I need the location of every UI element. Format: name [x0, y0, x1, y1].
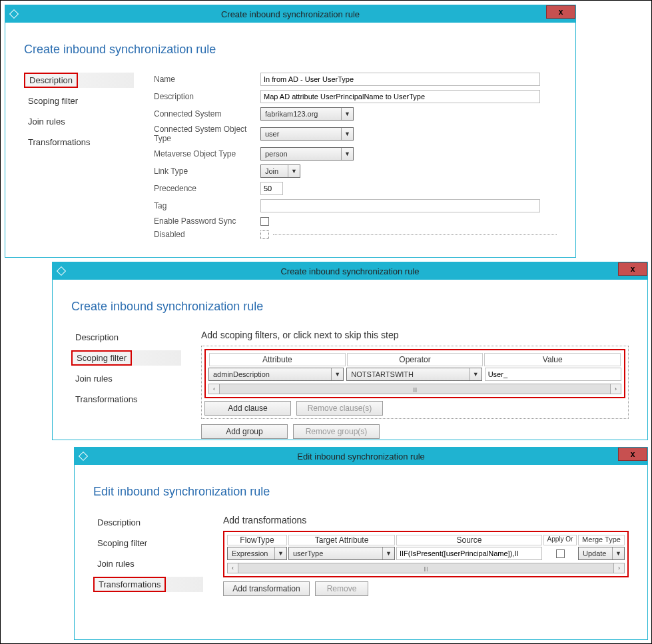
nav-transformations-label: Transformations: [99, 579, 161, 589]
nav-scoping-filter[interactable]: Scoping filter: [71, 350, 181, 366]
operator-value: NOTSTARTSWITH: [351, 370, 469, 378]
enable-password-sync-checkbox[interactable]: [260, 217, 269, 226]
close-button[interactable]: x: [618, 448, 647, 461]
cs-object-type-label: Connected System Object Type: [154, 125, 260, 143]
nav-scoping-highlight: Scoping filter: [71, 350, 132, 366]
window-description: Create inbound synchronization rule x Cr…: [5, 5, 576, 258]
scrollbar[interactable]: ‹ ||| ›: [208, 384, 621, 394]
close-icon: x: [559, 7, 563, 17]
header-apply: Apply Or: [543, 535, 577, 545]
nav-description[interactable]: Description: [71, 330, 181, 345]
close-button[interactable]: x: [546, 5, 575, 19]
link-type-dropdown[interactable]: Join ▼: [260, 164, 300, 178]
nav-scoping-filter[interactable]: Scoping filter: [93, 535, 203, 551]
description-label: Description: [154, 92, 260, 101]
cs-object-type-dropdown[interactable]: user ▼: [260, 127, 354, 141]
name-input[interactable]: [260, 73, 540, 86]
scroll-left-icon[interactable]: ‹: [209, 384, 220, 394]
remove-clause-button[interactable]: Remove clause(s): [296, 401, 383, 416]
page-title: Create inbound synchronization rule: [24, 43, 557, 57]
scoping-row: adminDescription ▼ NOTSTARTSWITH ▼: [208, 368, 621, 381]
target-attribute-dropdown[interactable]: userType ▼: [288, 547, 395, 560]
chevron-down-icon: ▼: [331, 368, 343, 380]
titlebar[interactable]: Edit inbound synchronization rule x: [75, 448, 647, 465]
tag-input[interactable]: [260, 199, 540, 212]
transformations-area: Add transformations FlowType Target Attr…: [223, 515, 629, 597]
source-input[interactable]: [396, 547, 542, 560]
titlebar[interactable]: Create inbound synchronization rule x: [53, 262, 647, 280]
cs-object-type-value: user: [265, 130, 341, 138]
enable-password-sync-label: Enable Password Sync: [154, 216, 260, 226]
operator-dropdown[interactable]: NOTSTARTSWITH ▼: [346, 368, 482, 381]
app-icon: [9, 9, 19, 19]
attribute-dropdown[interactable]: adminDescription ▼: [208, 368, 344, 381]
add-group-button[interactable]: Add group: [201, 424, 288, 439]
scroll-track[interactable]: |||: [220, 384, 610, 394]
scrollbar[interactable]: ‹ ||| ›: [227, 563, 625, 573]
mv-object-type-dropdown[interactable]: person ▼: [260, 147, 354, 161]
scoping-headers: Attribute Operator Value: [208, 353, 621, 366]
remove-transformation-button[interactable]: Remove: [315, 581, 368, 596]
window-transformations: Edit inbound synchronization rule x Edit…: [74, 447, 648, 640]
flowtype-dropdown[interactable]: Expression ▼: [227, 547, 287, 560]
nav-description-highlight: Description: [24, 73, 78, 88]
nav-description[interactable]: Description: [24, 73, 134, 88]
description-input[interactable]: [260, 90, 540, 103]
merge-type-value: Update: [583, 549, 612, 557]
link-type-value: Join: [265, 167, 288, 175]
mv-object-type-value: person: [265, 150, 341, 158]
chevron-down-icon: ▼: [288, 165, 300, 177]
section-heading: Add scoping filters, or click next to sk…: [201, 330, 629, 340]
nav-description-label: Description: [29, 75, 73, 85]
sidebar: Description Scoping filter Join rules Tr…: [93, 515, 203, 597]
chevron-down-icon: ▼: [274, 547, 286, 559]
scroll-left-icon[interactable]: ‹: [228, 563, 238, 573]
add-clause-button[interactable]: Add clause: [204, 401, 291, 416]
precedence-input[interactable]: [260, 182, 283, 195]
nav-transformations[interactable]: Transformations: [93, 577, 203, 592]
add-transformation-button[interactable]: Add transformation: [223, 581, 310, 596]
header-attribute: Attribute: [209, 353, 346, 366]
remove-group-button[interactable]: Remove group(s): [293, 424, 380, 439]
scoping-area: Add scoping filters, or click next to sk…: [201, 330, 629, 439]
nav-transformations[interactable]: Transformations: [71, 392, 181, 407]
page-title: Create inbound synchronization rule: [71, 300, 629, 314]
nav-join-rules[interactable]: Join rules: [24, 114, 134, 129]
nav-join-rules[interactable]: Join rules: [93, 556, 203, 571]
merge-type-dropdown[interactable]: Update ▼: [578, 547, 625, 560]
dotted-line: [273, 234, 557, 235]
disabled-label: Disabled: [154, 230, 260, 239]
flowtype-value: Expression: [232, 549, 274, 557]
header-value: Value: [484, 353, 621, 366]
app-icon: [79, 452, 88, 461]
nav-scoping-filter[interactable]: Scoping filter: [24, 93, 134, 109]
close-icon: x: [631, 450, 635, 459]
nav-description[interactable]: Description: [93, 515, 203, 530]
disabled-checkbox[interactable]: [260, 230, 269, 239]
connected-system-dropdown[interactable]: fabrikam123.org ▼: [260, 107, 354, 121]
precedence-label: Precedence: [154, 184, 260, 193]
close-button[interactable]: x: [618, 262, 647, 276]
close-icon: x: [631, 264, 635, 274]
window-scoping-filter: Create inbound synchronization rule x Cr…: [52, 262, 648, 440]
header-operator: Operator: [347, 353, 484, 366]
chevron-down-icon: ▼: [470, 368, 482, 380]
section-heading: Add transformations: [223, 515, 629, 525]
value-input[interactable]: [485, 368, 621, 381]
window-title: Create inbound synchronization rule: [221, 9, 360, 19]
target-attribute-value: userType: [293, 549, 382, 557]
nav-transformations-highlight: Transformations: [93, 577, 166, 592]
nav-join-rules[interactable]: Join rules: [71, 371, 181, 386]
apply-once-checkbox[interactable]: [556, 549, 565, 558]
header-merge: Merge Type: [578, 535, 625, 545]
scoping-row-highlight: Attribute Operator Value adminDescriptio…: [204, 349, 625, 398]
scroll-right-icon[interactable]: ›: [613, 563, 624, 573]
scroll-right-icon[interactable]: ›: [610, 384, 621, 394]
nav-transformations[interactable]: Transformations: [24, 135, 134, 150]
mv-object-type-label: Metaverse Object Type: [154, 149, 260, 159]
app-icon: [57, 266, 66, 276]
scroll-track[interactable]: |||: [238, 563, 613, 573]
chevron-down-icon: ▼: [382, 547, 394, 559]
attribute-value: adminDescription: [213, 370, 331, 378]
titlebar[interactable]: Create inbound synchronization rule x: [5, 5, 575, 23]
